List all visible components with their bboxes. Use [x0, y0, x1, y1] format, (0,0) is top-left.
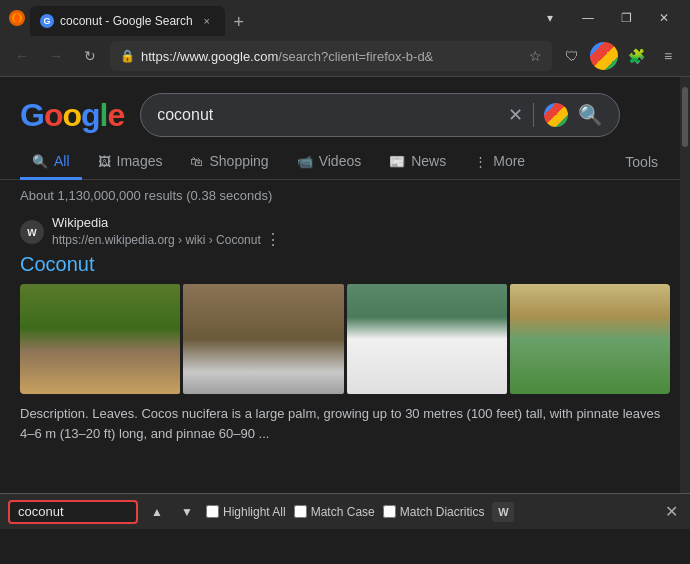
match-diacritics-checkbox[interactable]	[383, 505, 396, 518]
whole-word-button[interactable]: W	[492, 502, 514, 522]
wiki-menu-button[interactable]: ⋮	[265, 230, 281, 249]
nav-tabs: 🔍 All 🖼 Images 🛍 Shopping 📹 Videos 📰 New…	[0, 145, 690, 180]
active-tab[interactable]: G coconut - Google Search ×	[30, 6, 225, 36]
wiki-url-row: https://en.wikipedia.org › wiki › Coconu…	[52, 230, 281, 249]
page-content: Google coconut ✕ 🔍 🔍 All 🖼 Images 🛍 Shop…	[0, 77, 690, 529]
maximize-button[interactable]: ❐	[608, 0, 644, 36]
find-close-button[interactable]: ✕	[660, 501, 682, 523]
results-area: About 1,130,000,000 results (0.38 second…	[0, 180, 690, 443]
tab-dropdown-button[interactable]: ▾	[532, 0, 568, 36]
all-tab-icon: 🔍	[32, 154, 48, 169]
new-tab-button[interactable]: +	[225, 8, 253, 36]
back-button[interactable]: ←	[8, 42, 36, 70]
browser-chrome: G coconut - Google Search × + ▾ — ❐ ✕ ← …	[0, 0, 690, 77]
url-path: /search?client=firefox-b-d&	[278, 49, 433, 64]
vertical-scrollbar[interactable]	[680, 77, 690, 493]
url-bar[interactable]: 🔒 https://www.google.com/search?client=f…	[110, 41, 552, 71]
wiki-link[interactable]: Coconut	[20, 253, 670, 276]
search-clear-button[interactable]: ✕	[508, 104, 523, 126]
logo-o2: o	[62, 97, 81, 133]
search-input-value: coconut	[157, 106, 498, 124]
match-case-checkbox[interactable]	[294, 505, 307, 518]
highlight-all-checkbox[interactable]	[206, 505, 219, 518]
wiki-url: https://en.wikipedia.org › wiki › Coconu…	[52, 233, 261, 247]
search-lens-button[interactable]	[544, 103, 568, 127]
google-logo: Google	[20, 97, 124, 134]
title-bar: G coconut - Google Search × + ▾ — ❐ ✕	[0, 0, 690, 36]
match-case-label: Match Case	[311, 505, 375, 519]
url-domain: https://www.google.com	[141, 49, 278, 64]
tab-favicon: G	[40, 14, 54, 28]
image-grid[interactable]	[20, 284, 670, 394]
find-bar: ▲ ▼ Highlight All Match Case Match Diacr…	[0, 493, 690, 529]
logo-g: G	[20, 97, 44, 133]
window-controls: ▾ — ❐ ✕	[532, 0, 682, 36]
all-tab-label: All	[54, 153, 70, 169]
url-display: https://www.google.com/search?client=fir…	[141, 49, 523, 64]
find-previous-button[interactable]: ▲	[146, 501, 168, 523]
find-next-button[interactable]: ▼	[176, 501, 198, 523]
forward-button[interactable]: →	[42, 42, 70, 70]
lock-icon: 🔒	[120, 49, 135, 63]
images-tab-icon: 🖼	[98, 154, 111, 169]
image-2[interactable]	[183, 284, 343, 394]
more-tab-icon: ⋮	[474, 154, 487, 169]
tab-news[interactable]: 📰 News	[377, 145, 458, 180]
match-diacritics-group: Match Diacritics	[383, 505, 485, 519]
tab-more[interactable]: ⋮ More	[462, 145, 537, 180]
image-1[interactable]	[20, 284, 180, 394]
shopping-tab-label: Shopping	[209, 153, 268, 169]
minimize-button[interactable]: —	[570, 0, 606, 36]
description-text: Description. Leaves. Cocos nucifera is a…	[20, 404, 670, 443]
highlight-all-group: Highlight All	[206, 505, 286, 519]
logo-e: e	[107, 97, 124, 133]
tab-close-button[interactable]: ×	[199, 13, 215, 29]
menu-button[interactable]: ≡	[654, 42, 682, 70]
videos-tab-icon: 📹	[297, 154, 313, 169]
logo-o1: o	[44, 97, 63, 133]
videos-tab-label: Videos	[319, 153, 362, 169]
tab-shopping[interactable]: 🛍 Shopping	[178, 145, 280, 180]
news-tab-icon: 📰	[389, 154, 405, 169]
tab-images[interactable]: 🖼 Images	[86, 145, 175, 180]
bookmark-button[interactable]: ☆	[529, 48, 542, 64]
shield-button[interactable]: 🛡	[558, 42, 586, 70]
wiki-info: Wikipedia https://en.wikipedia.org › wik…	[52, 215, 281, 249]
scrollbar-thumb[interactable]	[682, 87, 688, 147]
google-search-bar[interactable]: coconut ✕ 🔍	[140, 93, 620, 137]
window-close-button[interactable]: ✕	[646, 0, 682, 36]
google-lens-button[interactable]	[590, 42, 618, 70]
wikipedia-initial: w	[20, 220, 44, 244]
search-divider	[533, 103, 534, 127]
match-diacritics-label: Match Diacritics	[400, 505, 485, 519]
image-3[interactable]	[347, 284, 507, 394]
match-case-group: Match Case	[294, 505, 375, 519]
toolbar-icons: 🛡 🧩 ≡	[558, 42, 682, 70]
highlight-all-label: Highlight All	[223, 505, 286, 519]
image-4[interactable]	[510, 284, 670, 394]
wiki-name: Wikipedia	[52, 215, 281, 230]
results-count: About 1,130,000,000 results (0.38 second…	[20, 188, 670, 203]
find-input[interactable]	[8, 500, 138, 524]
images-tab-label: Images	[117, 153, 163, 169]
news-tab-label: News	[411, 153, 446, 169]
extensions-button[interactable]: 🧩	[622, 42, 650, 70]
shopping-tab-icon: 🛍	[190, 154, 203, 169]
logo-g2: g	[81, 97, 100, 133]
firefox-icon	[8, 9, 26, 27]
tools-button[interactable]: Tools	[613, 146, 670, 178]
tab-videos[interactable]: 📹 Videos	[285, 145, 374, 180]
search-submit-button[interactable]: 🔍	[578, 103, 603, 127]
google-header: Google coconut ✕ 🔍	[0, 77, 690, 145]
wikipedia-result: w Wikipedia https://en.wikipedia.org › w…	[20, 215, 670, 276]
more-tab-label: More	[493, 153, 525, 169]
tab-title: coconut - Google Search	[60, 14, 193, 28]
wiki-source: w Wikipedia https://en.wikipedia.org › w…	[20, 215, 670, 249]
refresh-button[interactable]: ↻	[76, 42, 104, 70]
address-bar: ← → ↻ 🔒 https://www.google.com/search?cl…	[0, 36, 690, 76]
tab-all[interactable]: 🔍 All	[20, 145, 82, 180]
tab-bar: G coconut - Google Search × +	[30, 0, 528, 36]
